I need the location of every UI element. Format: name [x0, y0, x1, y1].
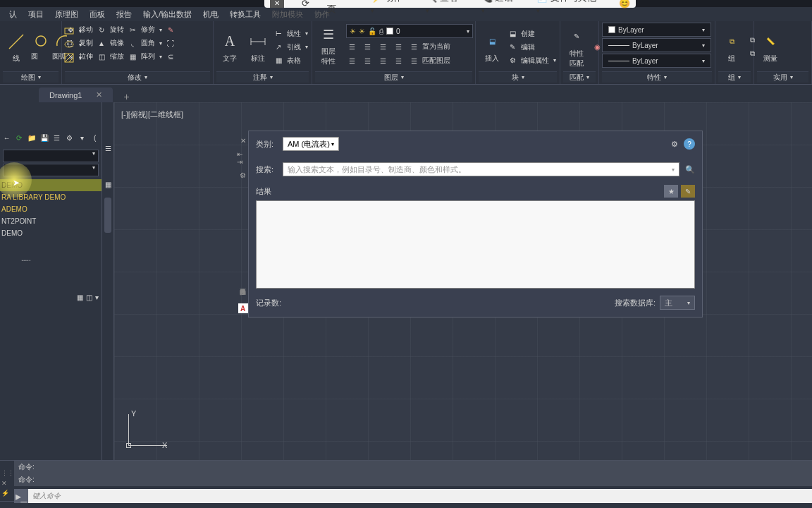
doc-tab-drawing1[interactable]: Drawing1 ✕	[39, 87, 113, 102]
splitter-handle[interactable]	[104, 198, 111, 233]
search-input[interactable]: 输入搜索文本，例如目录号、制造商、颜色和样式。 ▾	[283, 162, 679, 176]
folder-icon[interactable]: 📁	[27, 131, 37, 144]
erase-button[interactable]: ✎	[165, 24, 176, 35]
db-dropdown[interactable]: 主 ▾	[660, 296, 695, 310]
call-button[interactable]: 📞 通话 ▾	[481, 0, 519, 15]
find-button[interactable]: 🔍 查看 ▾	[426, 0, 463, 15]
list-item[interactable]: DEMO	[0, 179, 102, 191]
color-dropdown[interactable]: ByLayer▾	[602, 23, 711, 37]
action-button[interactable]: ⚡ 动作 ▾	[371, 0, 408, 15]
panel-name-layer[interactable]: 图层	[315, 71, 472, 83]
save-icon[interactable]: 💾	[39, 131, 50, 144]
help-icon[interactable]: ?	[684, 138, 695, 150]
view-icon[interactable]: ▦	[77, 294, 83, 301]
scale-button[interactable]: ◫缩放	[96, 51, 124, 62]
palette-icon[interactable]: ☰	[105, 145, 111, 152]
grip-icon[interactable]: ⋮⋮	[1, 470, 13, 477]
linetype-dropdown[interactable]: ByLayer▾	[602, 38, 711, 52]
tree-icon[interactable]: ☰	[52, 131, 63, 144]
close-icon[interactable]: ✕	[1, 480, 13, 487]
sidebar-dropdown1[interactable]: ▾	[3, 150, 99, 162]
insert-button[interactable]: ⬓插入	[479, 30, 505, 65]
menu-item[interactable]: 报告	[111, 7, 137, 22]
create-button[interactable]: ⬓创建	[507, 28, 556, 40]
dropdown-icon[interactable]: ▾	[95, 294, 99, 301]
pin-icon[interactable]: ⇤ ⇥	[237, 150, 249, 166]
refresh-icon[interactable]: ⟳	[14, 131, 25, 144]
layer-iso-button[interactable]: ☰	[346, 41, 357, 52]
table-button[interactable]: ▦表格	[273, 55, 308, 66]
close-icon[interactable]: ✕	[240, 137, 246, 145]
layer-off-button[interactable]: ☰	[362, 41, 373, 52]
menu-item[interactable]: 附加模块	[266, 7, 309, 22]
layer-button[interactable]: ☰	[393, 55, 404, 66]
options-icon[interactable]: ⚡	[1, 490, 13, 497]
offset-button[interactable]: ⊆	[165, 51, 176, 62]
rect-button[interactable]: ▾	[63, 25, 82, 37]
dropdown-icon[interactable]: ▾	[77, 131, 87, 144]
match-layer-button[interactable]: ☰匹配图层	[408, 55, 450, 66]
menu-item[interactable]: 面板	[84, 7, 111, 22]
menu-item[interactable]: 转换工具	[224, 7, 266, 22]
more-icon[interactable]: (	[90, 131, 100, 144]
files-button[interactable]: 📄 文件与其他 ▾	[536, 0, 601, 15]
category-dropdown[interactable]: AM (电流表) ▾	[283, 137, 339, 151]
panel-name-group[interactable]: 组	[718, 71, 751, 83]
ellipse-button[interactable]: ▾	[63, 39, 82, 50]
home-button[interactable]: ⌂ 主页	[327, 0, 353, 16]
sidebar-dropdown2[interactable]: ▾	[3, 164, 99, 176]
layer-freeze-button[interactable]: ☰	[377, 41, 388, 52]
leader-button[interactable]: ↗引线▾	[273, 42, 308, 53]
layer-dropdown[interactable]: ☀ ☀ 🔓 ⎙ 0 ▾	[346, 24, 473, 38]
edit-icon[interactable]: ✎	[681, 185, 695, 198]
list-item[interactable]: ADEMO	[0, 203, 102, 215]
list-item[interactable]: NT2POINT	[0, 215, 102, 227]
fillet-button[interactable]: ◟圆角▾	[127, 37, 162, 49]
attr-button[interactable]: ⚙编辑属性▾	[507, 55, 556, 66]
lineweight-dropdown[interactable]: ByLayer▾	[602, 54, 711, 68]
search-icon[interactable]: 🔍	[685, 165, 695, 174]
favorite-icon[interactable]: ★	[664, 185, 678, 198]
cfg-icon[interactable]: ⚙	[64, 131, 75, 144]
layer-props-button[interactable]: ☰图层 特性	[315, 23, 342, 68]
linear-button[interactable]: ⊢线性▾	[273, 28, 308, 40]
refresh-icon[interactable]: ⟳	[302, 0, 309, 8]
layer-button[interactable]: ☰	[346, 55, 357, 66]
close-icon[interactable]: ✕	[270, 0, 284, 8]
drawing-canvas[interactable]: [-][俯视][二维线框] ✕ ⇤ ⇥ ⚙ 器件选择面板 A 类别: AM (电…	[114, 102, 812, 460]
panel-name-modify[interactable]: 修改	[65, 71, 210, 83]
cmd-input[interactable]: 键入命令	[28, 491, 812, 501]
list-item[interactable]: RA LIBRARY DEMO	[0, 191, 102, 203]
circle-button[interactable]	[31, 32, 51, 49]
group-button[interactable]: ⧉组	[718, 30, 745, 65]
panel-name-block[interactable]: 块	[479, 71, 557, 83]
layer-button[interactable]: ☰	[362, 55, 373, 66]
matchprop-button[interactable]: ✎特性 匹配	[563, 25, 590, 70]
back-icon[interactable]: ←	[1, 131, 12, 144]
menu-item[interactable]: 原理图	[49, 7, 84, 22]
mirror-button[interactable]: ▲镜像	[96, 37, 124, 49]
array-button[interactable]: ▦阵列▾	[127, 51, 162, 62]
palette-icon[interactable]: ▦	[105, 181, 111, 188]
menu-item[interactable]: 机电	[197, 7, 224, 22]
view-icon[interactable]: ◫	[86, 294, 92, 301]
list-item[interactable]: DEMO	[0, 227, 102, 239]
gear-icon[interactable]: ⚙	[671, 140, 678, 149]
menu-item[interactable]: 项目	[23, 7, 49, 22]
menu-item[interactable]: 输入/输出数据	[137, 7, 197, 22]
layer-lock-button[interactable]: ☰	[393, 41, 404, 52]
layer-button[interactable]: ☰	[377, 55, 388, 66]
line-button[interactable]: 线	[3, 30, 30, 65]
panel-name-util[interactable]: 实用	[757, 71, 808, 83]
edit-button[interactable]: ✎编辑	[507, 42, 556, 53]
panel-name-props[interactable]: 特性	[602, 71, 712, 83]
viewport-label[interactable]: [-][俯视][二维线框]	[121, 109, 183, 120]
close-icon[interactable]: ✕	[96, 90, 102, 99]
add-tab-button[interactable]: +	[123, 91, 129, 102]
set-current-button[interactable]: ☰置为当前	[408, 41, 450, 52]
panel-name-draw[interactable]: 绘图	[3, 71, 59, 83]
trim-button[interactable]: ✂修剪▾	[127, 24, 162, 35]
emoji-icon[interactable]: 😊	[619, 0, 630, 8]
hatch-button[interactable]: ▾	[63, 52, 82, 64]
gear-icon[interactable]: ⚙	[240, 171, 246, 179]
